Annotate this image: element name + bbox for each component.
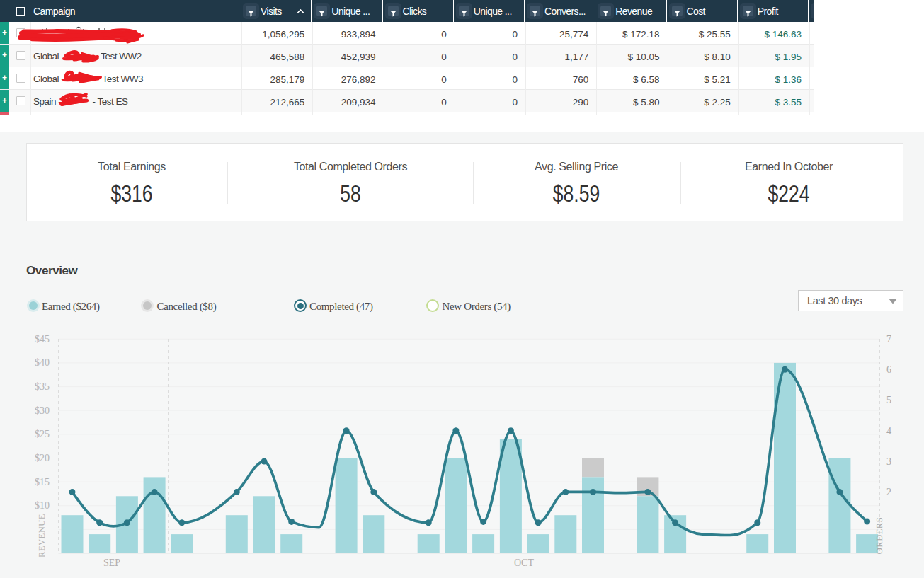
- svg-text:$20: $20: [35, 453, 50, 463]
- svg-text:$35: $35: [35, 381, 50, 392]
- svg-text:SEP: SEP: [103, 557, 120, 568]
- svg-text:ORDERS: ORDERS: [874, 517, 884, 554]
- svg-text:5: 5: [886, 395, 891, 405]
- svg-text:$40: $40: [35, 357, 50, 368]
- svg-text:7: 7: [886, 334, 891, 345]
- svg-text:$30: $30: [35, 405, 50, 416]
- svg-text:REVENUE: REVENUE: [37, 514, 47, 557]
- svg-text:$15: $15: [35, 477, 50, 487]
- svg-text:4: 4: [886, 426, 891, 437]
- svg-text:OCT: OCT: [514, 557, 534, 568]
- svg-text:$45: $45: [35, 334, 50, 345]
- svg-text:$10: $10: [35, 500, 50, 511]
- svg-text:6: 6: [886, 364, 891, 375]
- svg-text:2: 2: [886, 487, 891, 497]
- svg-text:$25: $25: [35, 429, 50, 439]
- svg-text:3: 3: [886, 456, 891, 467]
